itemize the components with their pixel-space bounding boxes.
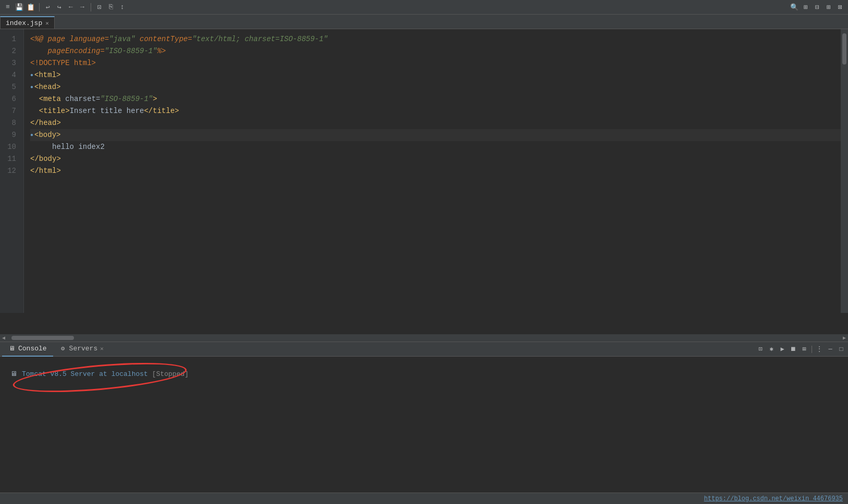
editor-tab-index-jsp[interactable]: index.jsp ✕ xyxy=(0,16,55,29)
bottom-icon-play[interactable]: ▶ xyxy=(778,345,787,354)
code-token: < xyxy=(39,105,43,117)
scroll-right-btn[interactable]: ▶ xyxy=(841,334,848,342)
console-tab-label: Console xyxy=(18,345,47,352)
bottom-maximize[interactable]: □ xyxy=(837,345,846,354)
code-token: </ xyxy=(144,105,153,117)
toolbar-undo[interactable]: ↩ xyxy=(43,3,53,12)
toolbar-forward[interactable]: → xyxy=(78,3,87,12)
toolbar-redo[interactable]: ↪ xyxy=(55,3,64,12)
status-bar: https://blog.csdn.net/weixin_44676935 xyxy=(0,493,848,504)
code-line-1: <%@ page language="java" contentType="te… xyxy=(30,33,848,45)
horizontal-scrollbar[interactable]: ◀ ▶ xyxy=(0,334,848,342)
bottom-icon-2[interactable]: ✱ xyxy=(767,345,776,354)
bottom-icon-1[interactable]: ⊡ xyxy=(756,345,765,354)
bottom-sep xyxy=(812,346,812,353)
toolbar-sep-1 xyxy=(39,3,40,11)
code-token: < xyxy=(34,69,39,81)
editor-scroll-area: 1 2 3 4 5 6 7 8 9 10 11 12 < xyxy=(0,29,848,334)
code-line-4: ●<html> xyxy=(30,69,848,81)
editor-content[interactable]: <%@ page language="java" contentType="te… xyxy=(24,29,848,313)
bottom-panel: 🖥 Console ⚙ Servers ✕ ⊡ ✱ ▶ ⏹ ⊞ ⋮ — □ 🖥 … xyxy=(0,342,848,504)
toolbar-save[interactable]: 💾 xyxy=(15,3,24,12)
scroll-left-btn[interactable]: ◀ xyxy=(0,334,7,342)
code-token: "text/html; charset=ISO-8859-1" xyxy=(192,33,328,45)
code-token: pageEncoding= xyxy=(48,45,105,57)
toolbar-right-icon-4[interactable]: ⊞ xyxy=(824,3,833,12)
code-token: > xyxy=(56,69,60,81)
server-entry-icon: 🖥 xyxy=(9,370,18,378)
main-toolbar: ≡ 💾 📋 ↩ ↪ ← → ⊡ ⎘ ↕ 🔍 ⊞ ⊟ ⊞ ⊠ xyxy=(0,0,848,15)
server-entry-status: [Stopped] xyxy=(152,370,189,378)
ln-10: 10 xyxy=(0,141,19,153)
code-line-10: hello index2 xyxy=(30,141,848,153)
code-token: "ISO-8859-1" xyxy=(100,93,153,105)
status-bar-url[interactable]: https://blog.csdn.net/weixin_44676935 xyxy=(704,495,843,502)
code-token: < xyxy=(34,81,39,93)
code-token: </ xyxy=(30,165,39,177)
code-token: > xyxy=(65,105,69,117)
ln-2: 2 xyxy=(0,45,19,57)
server-entry[interactable]: 🖥 Tomcat v8.5 Server at localhost [Stopp… xyxy=(6,368,192,380)
code-line-2: pageEncoding="ISO-8859-1"%> xyxy=(30,45,848,57)
code-token: > xyxy=(174,105,179,117)
toolbar-right-icon-1[interactable]: 🔍 xyxy=(790,3,799,12)
bottom-tab-console[interactable]: 🖥 Console xyxy=(2,342,53,357)
ln-12: 12 xyxy=(0,165,19,177)
code-token: "ISO-8859-1" xyxy=(105,45,157,57)
editor-wrapper: 1 2 3 4 5 6 7 8 9 10 11 12 < xyxy=(0,29,848,342)
dot-indicator: ● xyxy=(30,129,33,141)
toolbar-icon-6[interactable]: ⎘ xyxy=(106,3,116,12)
toolbar-icon-3[interactable]: 📋 xyxy=(26,3,35,12)
dot-indicator: ● xyxy=(30,69,33,81)
server-entry-text: Tomcat v8.5 Server at localhost xyxy=(22,370,148,378)
tab-close-button[interactable]: ✕ xyxy=(45,20,49,27)
bottom-icon-stop[interactable]: ⏹ xyxy=(789,345,798,354)
bottom-icon-menu[interactable]: ⋮ xyxy=(815,345,824,354)
code-token: <%@ page language= xyxy=(30,33,109,45)
editor-tab-bar: index.jsp ✕ xyxy=(0,15,848,29)
bottom-icon-5[interactable]: ⊞ xyxy=(800,345,809,354)
code-token: meta xyxy=(43,93,61,105)
servers-tab-close[interactable]: ✕ xyxy=(100,345,104,352)
code-token: > xyxy=(56,165,60,177)
toolbar-icon-1[interactable]: ≡ xyxy=(3,3,13,12)
code-token: html xyxy=(39,165,57,177)
code-token: > xyxy=(56,81,60,93)
code-token: <!DOCTYPE html> xyxy=(30,57,96,69)
toolbar-right-icon-2[interactable]: ⊞ xyxy=(801,3,810,12)
code-line-7: <title>Insert title here</title> xyxy=(30,105,848,117)
servers-tab-label: Servers xyxy=(69,345,98,352)
ln-3: 3 xyxy=(0,57,19,69)
scrollbar-thumb-h[interactable] xyxy=(11,336,74,340)
toolbar-icon-7[interactable]: ↕ xyxy=(118,3,127,12)
code-token xyxy=(30,105,39,117)
code-token: charset= xyxy=(61,93,101,105)
code-token: > xyxy=(56,153,60,165)
code-token: "java" xyxy=(109,33,135,45)
toolbar-back[interactable]: ← xyxy=(66,3,76,12)
code-line-11: </body> xyxy=(30,153,848,165)
code-token: html xyxy=(39,69,56,81)
editor-container: 1 2 3 4 5 6 7 8 9 10 11 12 < xyxy=(0,29,848,313)
scrollbar-thumb-v[interactable] xyxy=(842,33,846,65)
ln-8: 8 xyxy=(0,117,19,129)
tab-label: index.jsp xyxy=(6,19,42,27)
toolbar-icon-5[interactable]: ⊡ xyxy=(95,3,104,12)
toolbar-right-icon-3[interactable]: ⊟ xyxy=(813,3,822,12)
vertical-scrollbar[interactable] xyxy=(841,29,848,313)
toolbar-right-icon-5[interactable]: ⊠ xyxy=(835,3,845,12)
server-entry-container: 🖥 Tomcat v8.5 Server at localhost [Stopp… xyxy=(6,361,215,387)
code-token: < xyxy=(34,129,39,141)
code-indent xyxy=(30,45,48,57)
bottom-tab-servers[interactable]: ⚙ Servers ✕ xyxy=(53,342,110,357)
code-token: </ xyxy=(30,117,39,129)
code-token: %> xyxy=(157,45,166,57)
code-token: contentType= xyxy=(135,33,192,45)
console-icon: 🖥 xyxy=(8,345,16,352)
bottom-minimize[interactable]: — xyxy=(826,345,835,354)
code-token: head xyxy=(39,81,56,93)
code-token: Insert title here xyxy=(70,105,144,117)
ln-1: 1 xyxy=(0,33,19,45)
servers-icon: ⚙ xyxy=(59,345,67,352)
bottom-content: 🖥 Tomcat v8.5 Server at localhost [Stopp… xyxy=(0,357,848,504)
